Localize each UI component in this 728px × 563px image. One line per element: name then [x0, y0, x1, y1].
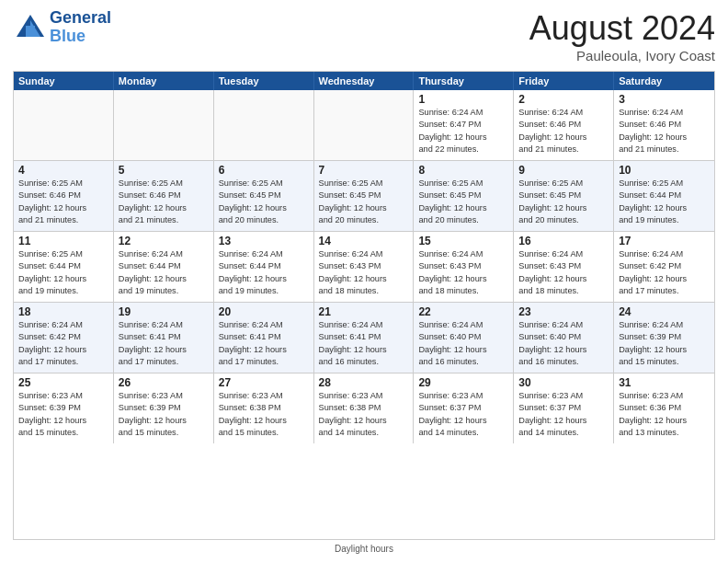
- footer-note: Daylight hours: [13, 544, 715, 554]
- calendar-cell: 19Sunrise: 6:24 AM Sunset: 6:41 PM Dayli…: [114, 303, 214, 373]
- header-day-monday: Monday: [114, 72, 214, 90]
- calendar-cell: [114, 90, 214, 160]
- main-container: General Blue August 2024 Pauleoula, Ivor…: [0, 0, 728, 563]
- cell-info: Sunrise: 6:23 AM Sunset: 6:39 PM Dayligh…: [18, 390, 108, 439]
- calendar-cell: 6Sunrise: 6:25 AM Sunset: 6:45 PM Daylig…: [214, 161, 314, 231]
- calendar-row-0: 1Sunrise: 6:24 AM Sunset: 6:47 PM Daylig…: [14, 90, 714, 161]
- calendar-cell: 18Sunrise: 6:24 AM Sunset: 6:42 PM Dayli…: [14, 303, 114, 373]
- cell-info: Sunrise: 6:23 AM Sunset: 6:38 PM Dayligh…: [219, 390, 309, 439]
- day-number: 10: [619, 164, 710, 177]
- calendar-cell: 8Sunrise: 6:25 AM Sunset: 6:45 PM Daylig…: [414, 161, 514, 231]
- calendar-cell: 26Sunrise: 6:23 AM Sunset: 6:39 PM Dayli…: [114, 373, 214, 443]
- cell-info: Sunrise: 6:24 AM Sunset: 6:44 PM Dayligh…: [219, 248, 309, 297]
- day-number: 12: [119, 235, 209, 247]
- cell-info: Sunrise: 6:24 AM Sunset: 6:42 PM Dayligh…: [18, 319, 108, 368]
- title-area: August 2024 Pauleoula, Ivory Coast: [529, 9, 715, 63]
- day-number: 24: [619, 305, 710, 318]
- cell-info: Sunrise: 6:24 AM Sunset: 6:41 PM Dayligh…: [119, 319, 209, 368]
- cell-info: Sunrise: 6:24 AM Sunset: 6:41 PM Dayligh…: [219, 319, 309, 368]
- calendar-cell: [314, 90, 415, 160]
- calendar-row-1: 4Sunrise: 6:25 AM Sunset: 6:46 PM Daylig…: [14, 161, 714, 232]
- header-day-tuesday: Tuesday: [214, 72, 314, 90]
- cell-info: Sunrise: 6:24 AM Sunset: 6:47 PM Dayligh…: [418, 107, 508, 155]
- location: Pauleoula, Ivory Coast: [529, 48, 715, 63]
- calendar-cell: 5Sunrise: 6:25 AM Sunset: 6:46 PM Daylig…: [114, 161, 214, 231]
- day-number: 28: [319, 376, 409, 389]
- calendar-cell: 14Sunrise: 6:24 AM Sunset: 6:43 PM Dayli…: [314, 232, 415, 302]
- calendar: SundayMondayTuesdayWednesdayThursdayFrid…: [13, 71, 715, 540]
- cell-info: Sunrise: 6:25 AM Sunset: 6:45 PM Dayligh…: [219, 178, 309, 226]
- day-number: 25: [18, 376, 108, 389]
- calendar-cell: 11Sunrise: 6:25 AM Sunset: 6:44 PM Dayli…: [14, 232, 114, 302]
- header-day-sunday: Sunday: [14, 72, 114, 90]
- cell-info: Sunrise: 6:25 AM Sunset: 6:46 PM Dayligh…: [119, 178, 209, 226]
- calendar-header: SundayMondayTuesdayWednesdayThursdayFrid…: [14, 72, 714, 90]
- calendar-row-3: 18Sunrise: 6:24 AM Sunset: 6:42 PM Dayli…: [14, 303, 714, 373]
- calendar-cell: 3Sunrise: 6:24 AM Sunset: 6:46 PM Daylig…: [614, 90, 714, 160]
- cell-info: Sunrise: 6:24 AM Sunset: 6:43 PM Dayligh…: [418, 248, 508, 297]
- logo-icon: [13, 11, 46, 44]
- calendar-cell: 28Sunrise: 6:23 AM Sunset: 6:38 PM Dayli…: [314, 373, 415, 443]
- day-number: 21: [319, 305, 409, 318]
- cell-info: Sunrise: 6:25 AM Sunset: 6:46 PM Dayligh…: [18, 178, 108, 226]
- cell-info: Sunrise: 6:24 AM Sunset: 6:40 PM Dayligh…: [418, 319, 508, 368]
- cell-info: Sunrise: 6:24 AM Sunset: 6:44 PM Dayligh…: [119, 248, 209, 297]
- header-day-wednesday: Wednesday: [314, 72, 415, 90]
- calendar-cell: 4Sunrise: 6:25 AM Sunset: 6:46 PM Daylig…: [14, 161, 114, 231]
- cell-info: Sunrise: 6:25 AM Sunset: 6:45 PM Dayligh…: [319, 178, 409, 226]
- svg-rect-2: [26, 26, 35, 37]
- calendar-cell: 31Sunrise: 6:23 AM Sunset: 6:36 PM Dayli…: [614, 373, 714, 443]
- calendar-cell: 22Sunrise: 6:24 AM Sunset: 6:40 PM Dayli…: [414, 303, 514, 373]
- day-number: 20: [219, 305, 309, 318]
- cell-info: Sunrise: 6:24 AM Sunset: 6:42 PM Dayligh…: [619, 248, 710, 297]
- day-number: 3: [619, 93, 710, 106]
- calendar-cell: 24Sunrise: 6:24 AM Sunset: 6:39 PM Dayli…: [614, 303, 714, 373]
- cell-info: Sunrise: 6:24 AM Sunset: 6:39 PM Dayligh…: [619, 319, 710, 368]
- calendar-cell: 20Sunrise: 6:24 AM Sunset: 6:41 PM Dayli…: [214, 303, 314, 373]
- cell-info: Sunrise: 6:24 AM Sunset: 6:43 PM Dayligh…: [518, 248, 609, 297]
- day-number: 8: [418, 164, 508, 177]
- calendar-cell: 29Sunrise: 6:23 AM Sunset: 6:37 PM Dayli…: [414, 373, 514, 443]
- calendar-cell: 7Sunrise: 6:25 AM Sunset: 6:45 PM Daylig…: [314, 161, 415, 231]
- calendar-cell: 16Sunrise: 6:24 AM Sunset: 6:43 PM Dayli…: [514, 232, 614, 302]
- calendar-cell: 2Sunrise: 6:24 AM Sunset: 6:46 PM Daylig…: [514, 90, 614, 160]
- day-number: 26: [119, 376, 209, 389]
- day-number: 19: [119, 305, 209, 318]
- cell-info: Sunrise: 6:23 AM Sunset: 6:36 PM Dayligh…: [619, 390, 710, 439]
- day-number: 30: [518, 376, 609, 389]
- logo: General Blue: [13, 9, 111, 46]
- cell-info: Sunrise: 6:23 AM Sunset: 6:39 PM Dayligh…: [119, 390, 209, 439]
- calendar-cell: 23Sunrise: 6:24 AM Sunset: 6:40 PM Dayli…: [514, 303, 614, 373]
- logo-text: General Blue: [50, 9, 111, 46]
- cell-info: Sunrise: 6:24 AM Sunset: 6:40 PM Dayligh…: [518, 319, 609, 368]
- day-number: 6: [219, 164, 309, 177]
- calendar-cell: 13Sunrise: 6:24 AM Sunset: 6:44 PM Dayli…: [214, 232, 314, 302]
- day-number: 7: [319, 164, 409, 177]
- day-number: 2: [518, 93, 609, 106]
- cell-info: Sunrise: 6:25 AM Sunset: 6:44 PM Dayligh…: [619, 178, 710, 226]
- day-number: 16: [518, 235, 609, 247]
- calendar-cell: 1Sunrise: 6:24 AM Sunset: 6:47 PM Daylig…: [414, 90, 514, 160]
- day-number: 1: [418, 93, 508, 106]
- day-number: 9: [518, 164, 609, 177]
- calendar-row-4: 25Sunrise: 6:23 AM Sunset: 6:39 PM Dayli…: [14, 373, 714, 443]
- day-number: 5: [119, 164, 209, 177]
- cell-info: Sunrise: 6:25 AM Sunset: 6:45 PM Dayligh…: [518, 178, 609, 226]
- calendar-cell: 25Sunrise: 6:23 AM Sunset: 6:39 PM Dayli…: [14, 373, 114, 443]
- day-number: 11: [18, 235, 108, 247]
- header-day-friday: Friday: [514, 72, 614, 90]
- day-number: 18: [18, 305, 108, 318]
- day-number: 17: [619, 235, 710, 247]
- page-header: General Blue August 2024 Pauleoula, Ivor…: [13, 9, 715, 63]
- header-day-thursday: Thursday: [414, 72, 514, 90]
- calendar-cell: 30Sunrise: 6:23 AM Sunset: 6:37 PM Dayli…: [514, 373, 614, 443]
- day-number: 15: [418, 235, 508, 247]
- cell-info: Sunrise: 6:24 AM Sunset: 6:43 PM Dayligh…: [319, 248, 409, 297]
- calendar-row-2: 11Sunrise: 6:25 AM Sunset: 6:44 PM Dayli…: [14, 232, 714, 303]
- calendar-cell: 27Sunrise: 6:23 AM Sunset: 6:38 PM Dayli…: [214, 373, 314, 443]
- calendar-cell: 15Sunrise: 6:24 AM Sunset: 6:43 PM Dayli…: [414, 232, 514, 302]
- calendar-cell: [214, 90, 314, 160]
- day-number: 31: [619, 376, 710, 389]
- day-number: 23: [518, 305, 609, 318]
- month-title: August 2024: [529, 9, 715, 48]
